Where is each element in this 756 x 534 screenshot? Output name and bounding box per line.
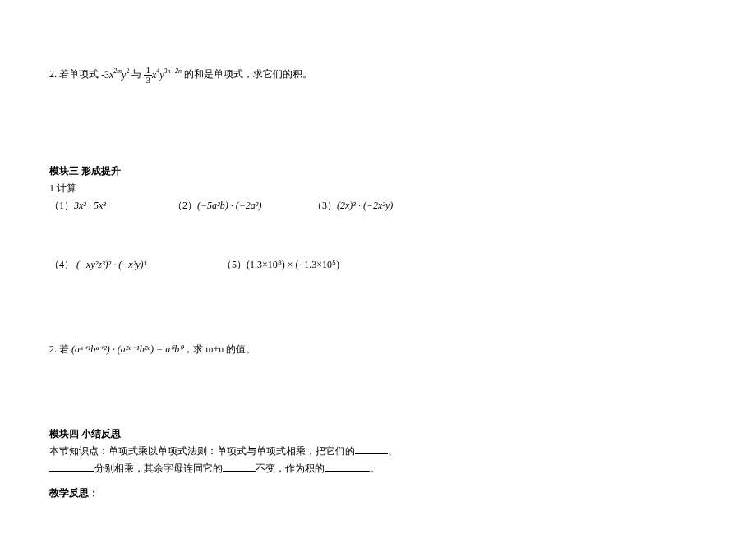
- blank-4: [325, 462, 370, 472]
- item3-math: (2x)³ · (−2x²y): [337, 200, 393, 211]
- m4-line2c: 。: [370, 463, 380, 474]
- spacer: [49, 221, 707, 257]
- m3-q2-expr: (aⁿ⁺¹bⁿ⁺²) · (a²ⁿ⁻¹b²ⁿ) = a⁵b⁹: [71, 343, 183, 355]
- formula-row-2: （4） (−xy²z³)² · (−x²y)³ （5）(1.3×10⁸) × (…: [49, 257, 707, 273]
- m4-line1b: 、: [388, 445, 398, 457]
- p2-prefix: 2. 若单项式: [49, 68, 101, 80]
- fraction: 13: [144, 66, 152, 85]
- item5-math: (1.3×10⁸) × (−1.3×10⁵): [247, 259, 339, 270]
- item4-math: (−xy²z³)² · (−x²y)³: [76, 259, 146, 270]
- item1-num: （1）: [49, 200, 74, 211]
- m4-line1: 本节知识点：单项式乘以单项式法则：单项式与单项式相乘，把它们的、: [49, 444, 707, 459]
- spacer: [49, 364, 707, 417]
- item1-math: 3x² · 5x³: [74, 200, 106, 211]
- p2-mid: 与: [129, 68, 144, 80]
- frac-den: 3: [144, 76, 152, 85]
- m3-q2-suffix: ，求 m+n 的值。: [183, 343, 256, 355]
- item4-num: （4）: [49, 259, 74, 270]
- m4-line2: 分别相乘，其余字母连同它的不变，作为积的。: [49, 461, 707, 476]
- teaching-reflection: 教学反思：: [49, 486, 707, 501]
- item2: （2）(−5a²b) · (−2a²): [173, 198, 312, 214]
- item3: （3）(2x)³ · (−2x²y): [312, 198, 393, 214]
- spacer: [49, 279, 707, 342]
- module4-title: 模块四 小结反思: [49, 426, 707, 442]
- blank-3: [223, 462, 256, 472]
- p2-expr1a: -3: [101, 69, 109, 81]
- item2-num: （2）: [173, 200, 197, 211]
- p2-suffix: 的和是单项式，求它们的积。: [182, 68, 312, 80]
- item2-math: (−5a²b) · (−2a²): [197, 200, 261, 211]
- formula-row-1: （1）3x² · 5x³ （2）(−5a²b) · (−2a²) （3）(2x)…: [49, 198, 707, 214]
- spacer: [49, 91, 707, 154]
- m4-line2a: 分别相乘，其余字母连同它的: [94, 463, 223, 474]
- problem-2: 2. 若单项式 -3x2my2 与 13x4y3n−2n 的和是单项式，求它们的…: [49, 66, 707, 85]
- item5: （5）(1.3×10⁸) × (−1.3×10⁵): [222, 257, 339, 273]
- m3-q2: 2. 若 (aⁿ⁺¹bⁿ⁺²) · (a²ⁿ⁻¹b²ⁿ) = a⁵b⁹，求 m+…: [49, 342, 707, 357]
- module3-title: 模块三 形成提升: [49, 163, 707, 179]
- item5-num: （5）: [222, 259, 247, 270]
- item3-num: （3）: [312, 200, 337, 211]
- m4-line2b: 不变，作为积的: [256, 463, 325, 474]
- blank-2: [49, 462, 94, 472]
- m4-line1a: 本节知识点：单项式乘以单项式法则：单项式与单项式相乘，把它们的: [49, 445, 355, 457]
- item1: （1）3x² · 5x³: [49, 198, 173, 214]
- p2-exp1: 2m: [113, 67, 122, 75]
- q1-label: 1 计算: [49, 181, 707, 196]
- item4: （4） (−xy²z³)² · (−x²y)³: [49, 257, 222, 273]
- m3-q2-prefix: 2. 若: [49, 343, 71, 355]
- blank-1: [355, 444, 388, 454]
- p2-exp4: 3n−2n: [164, 67, 182, 75]
